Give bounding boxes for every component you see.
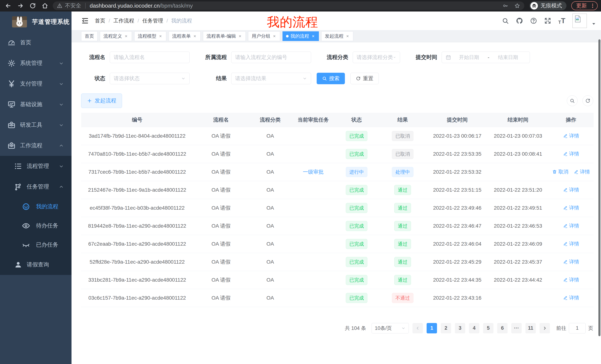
tab-my-process[interactable]: 我的流程× xyxy=(282,31,319,41)
action-cancel-link[interactable]: 取消 xyxy=(552,168,569,175)
password-key-icon[interactable] xyxy=(502,3,508,9)
sidebar-item-leave-query[interactable]: 请假查询 xyxy=(0,254,71,275)
cell-status: 已完成 xyxy=(335,289,378,307)
github-icon[interactable] xyxy=(516,17,523,24)
cell-id: 03c6c157-7b9a-11ec-a290-acde48001122 xyxy=(81,289,193,307)
action-detail-link[interactable]: 详情 xyxy=(563,277,579,283)
cell-status: 进行中 xyxy=(335,163,378,181)
tab-start-process[interactable]: 发起流程× xyxy=(321,31,353,41)
tab-user-group[interactable]: 用户分组× xyxy=(248,31,280,41)
category-select-placeholder: 请选择流程分类 xyxy=(357,54,393,61)
cell-category: OA xyxy=(249,145,291,163)
close-icon[interactable]: × xyxy=(193,34,197,39)
close-icon[interactable]: × xyxy=(272,34,277,39)
result-select[interactable]: 请选择流结果 xyxy=(231,73,311,84)
refresh-table-button[interactable] xyxy=(582,95,593,106)
breadcrumb-item[interactable]: 工作流程 xyxy=(113,17,134,24)
page-ellipsis[interactable]: ··· xyxy=(511,323,522,333)
action-detail-link[interactable]: 详情 xyxy=(574,168,590,175)
browser-menu-icon[interactable] xyxy=(590,3,595,9)
submit-time-range-picker[interactable]: 开始日期 - 结束日期 xyxy=(442,52,530,63)
action-detail-link[interactable]: 详情 xyxy=(563,240,579,247)
help-icon[interactable] xyxy=(530,17,537,24)
bookmark-star-icon[interactable] xyxy=(514,3,520,9)
close-icon[interactable]: × xyxy=(238,34,242,39)
sidebar-item-todo-tasks[interactable]: 待办任务 xyxy=(0,216,71,235)
tab-home[interactable]: 首页 xyxy=(81,31,98,41)
sidebar-item-system[interactable]: 系统管理 xyxy=(0,53,71,74)
category-select[interactable]: 请选择流程分类 xyxy=(353,52,400,63)
address-bar[interactable]: 不安全 dashboard.yudao.iocoder.cn/bpm/task/… xyxy=(53,1,524,10)
sidebar-item-home[interactable]: 首页 xyxy=(0,32,71,53)
home-icon[interactable] xyxy=(42,2,48,9)
scrollbar[interactable] xyxy=(598,39,601,336)
table-row: 7317cec6-7b9b-11ec-b5b7-acde48001122OA 请… xyxy=(81,163,594,181)
sidebar-item-task-management[interactable]: 任务管理 xyxy=(0,176,71,197)
sidebar-item-dev-tools[interactable]: 研发工具 xyxy=(0,115,71,135)
sidebar-item-label: 支付管理 xyxy=(20,80,59,87)
tab-process-definition[interactable]: 流程定义× xyxy=(100,31,132,41)
page-button-6[interactable]: 6 xyxy=(497,323,508,333)
search-button[interactable]: 搜索 xyxy=(317,73,345,84)
page-button-5[interactable]: 5 xyxy=(483,323,493,333)
tab-process-model[interactable]: 流程模型× xyxy=(134,31,166,41)
close-icon[interactable]: × xyxy=(311,34,315,39)
close-icon[interactable]: × xyxy=(345,34,350,39)
tab-process-form[interactable]: 流程表单× xyxy=(169,31,200,41)
action-detail-link[interactable]: 详情 xyxy=(563,222,579,229)
action-detail-link[interactable]: 详情 xyxy=(563,204,579,211)
current-task-link[interactable]: 一级审批 xyxy=(303,169,324,175)
process-definition-input[interactable] xyxy=(231,52,311,63)
action-detail-link[interactable]: 详情 xyxy=(563,186,579,193)
sidebar-item-my-process[interactable]: 我的流程 xyxy=(0,197,71,216)
create-process-button[interactable]: 发起流程 xyxy=(81,94,122,108)
process-name-input[interactable] xyxy=(110,52,190,63)
action-detail-link[interactable]: 详情 xyxy=(563,133,579,139)
reload-icon[interactable] xyxy=(29,2,36,9)
fullscreen-icon[interactable] xyxy=(544,17,551,24)
chevron-down-icon[interactable] xyxy=(591,21,596,26)
action-detail-link[interactable]: 详情 xyxy=(563,294,579,301)
close-icon[interactable]: × xyxy=(124,34,128,39)
close-icon[interactable]: × xyxy=(158,34,163,39)
breadcrumb-item[interactable]: 首页 xyxy=(95,17,105,24)
action-detail-link[interactable]: 详情 xyxy=(563,151,579,157)
cell-result: 已取消 xyxy=(378,127,427,145)
start-date-placeholder[interactable]: 开始日期 xyxy=(451,54,487,61)
page-jump-input[interactable] xyxy=(569,323,586,333)
font-size-icon[interactable]: TT xyxy=(558,17,565,25)
collapse-sidebar-icon[interactable] xyxy=(81,17,89,25)
page-button-4[interactable]: 4 xyxy=(469,323,479,333)
page-button-11[interactable]: 11 xyxy=(525,323,536,333)
sidebar-item-infrastructure[interactable]: 基础设施 xyxy=(0,94,71,115)
sidebar-item-workflow[interactable]: 工作流程 xyxy=(0,135,71,156)
next-page-button[interactable] xyxy=(540,323,550,333)
breadcrumb-item[interactable]: 任务管理 xyxy=(142,17,163,24)
page-title-annotation: 我的流程 xyxy=(267,14,318,31)
page-button-1[interactable]: 1 xyxy=(427,323,437,333)
reset-button[interactable]: 重置 xyxy=(351,73,379,84)
security-warning-icon[interactable] xyxy=(57,3,62,9)
end-date-placeholder[interactable]: 结束日期 xyxy=(490,54,526,61)
sidebar-item-process-management[interactable]: 流程管理 xyxy=(0,156,71,176)
date-range-separator: - xyxy=(487,54,490,60)
sidebar-item-done-tasks[interactable]: 已办任务 xyxy=(0,235,71,254)
sidebar-item-payment[interactable]: 支付管理 xyxy=(0,74,71,94)
avatar[interactable] xyxy=(572,14,587,28)
prev-page-button[interactable] xyxy=(412,323,423,333)
update-button[interactable]: 更新 xyxy=(571,1,598,10)
table-row: 2152467e-7b9b-11ec-9a1b-acde48001122OA 请… xyxy=(81,181,594,199)
status-select[interactable]: 请选择状态 xyxy=(110,73,190,84)
breadcrumb-item: 我的流程 xyxy=(171,17,192,24)
tab-process-form-edit[interactable]: 流程表单-编辑× xyxy=(203,31,246,41)
page-button-3[interactable]: 3 xyxy=(455,323,465,333)
page-button-2[interactable]: 2 xyxy=(441,323,451,333)
action-detail-link[interactable]: 详情 xyxy=(563,259,579,265)
search-icon[interactable] xyxy=(502,17,509,24)
filter-label-result: 结果 xyxy=(195,75,227,82)
page-size-select[interactable]: 10条/页 xyxy=(372,323,409,333)
back-icon[interactable] xyxy=(5,2,11,9)
show-search-button[interactable] xyxy=(567,95,578,106)
cell-status: 已完成 xyxy=(335,181,378,199)
forward-icon[interactable] xyxy=(17,2,24,9)
